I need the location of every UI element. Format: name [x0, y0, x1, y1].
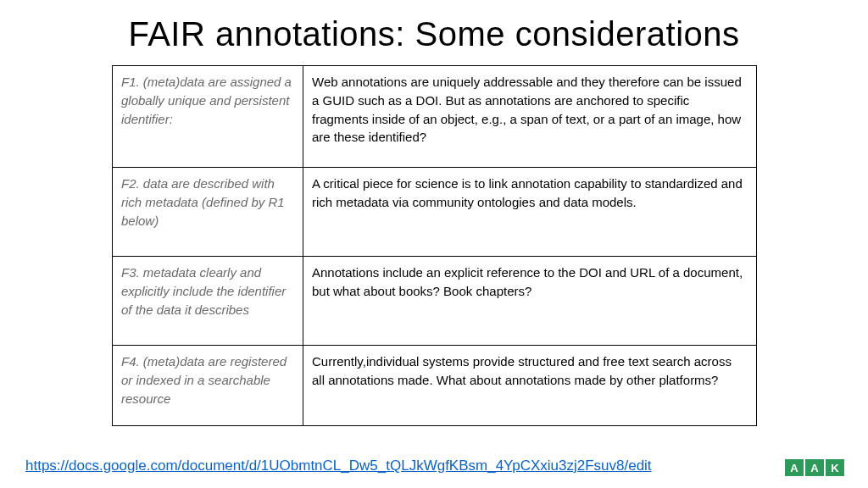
- logo-letter: A: [785, 459, 804, 476]
- brand-logo: A A K: [783, 459, 844, 476]
- slide: FAIR annotations: Some considerations F1…: [0, 0, 868, 488]
- principle-cell: F3. metadata clearly and explicitly incl…: [113, 257, 303, 346]
- principle-cell: F1. (meta)data are assigned a globally u…: [113, 66, 303, 168]
- fair-table-grid: F1. (meta)data are assigned a globally u…: [112, 65, 757, 426]
- principle-cell: F4. (meta)data are registered or indexed…: [113, 346, 303, 426]
- slide-title: FAIR annotations: Some considerations: [34, 15, 834, 53]
- consideration-cell: Web annotations are uniquely addressable…: [303, 66, 757, 168]
- consideration-cell: Annotations include an explicit referenc…: [303, 257, 757, 346]
- table-row: F4. (meta)data are registered or indexed…: [113, 346, 757, 426]
- principle-cell: F2. data are described with rich metadat…: [113, 168, 303, 257]
- logo-letter: K: [826, 459, 844, 476]
- consideration-cell: A critical piece for science is to link …: [303, 168, 757, 257]
- fair-table: F1. (meta)data are assigned a globally u…: [112, 65, 756, 426]
- consideration-cell: Currently,individual systems provide str…: [303, 346, 757, 426]
- table-row: F3. metadata clearly and explicitly incl…: [113, 257, 757, 346]
- logo-letter: A: [805, 459, 824, 476]
- table-row: F2. data are described with rich metadat…: [113, 168, 757, 257]
- table-row: F1. (meta)data are assigned a globally u…: [113, 66, 757, 168]
- source-link[interactable]: https://docs.google.com/document/d/1UObm…: [25, 458, 652, 474]
